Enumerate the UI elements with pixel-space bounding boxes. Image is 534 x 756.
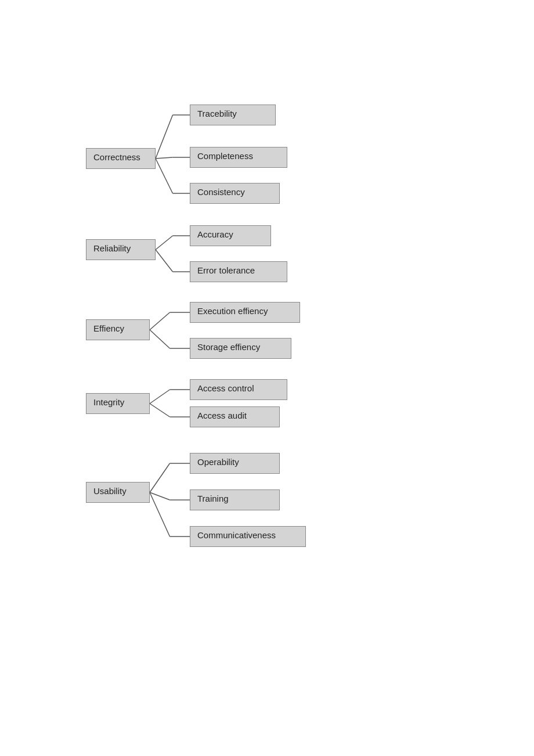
svg-line-0 xyxy=(156,115,173,159)
child-node-operability: Operability xyxy=(190,453,280,474)
svg-line-8 xyxy=(156,250,173,272)
child-node-execution-effiency: Execution effiency xyxy=(190,302,300,323)
child-node-consistency: Consistency xyxy=(190,183,280,204)
svg-line-20 xyxy=(150,492,170,500)
svg-line-2 xyxy=(156,157,173,159)
svg-line-4 xyxy=(156,159,173,193)
parent-node-correctness: Correctness xyxy=(86,148,156,169)
svg-line-10 xyxy=(150,312,170,330)
child-node-completeness: Completeness xyxy=(190,147,287,168)
child-node-tracebility: Tracebility xyxy=(190,105,276,125)
child-node-access-audit: Access audit xyxy=(190,406,280,427)
svg-line-14 xyxy=(150,390,170,404)
parent-node-usability: Usability xyxy=(86,482,150,503)
parent-node-effiency: Effiency xyxy=(86,319,150,340)
child-node-training: Training xyxy=(190,489,280,510)
child-node-communicativeness: Communicativeness xyxy=(190,526,306,547)
diagram: CorrectnessTracebilityCompletenessConsis… xyxy=(0,35,534,586)
child-node-accuracy: Accuracy xyxy=(190,225,271,246)
svg-line-22 xyxy=(150,492,170,537)
parent-node-reliability: Reliability xyxy=(86,239,156,260)
parent-node-integrity: Integrity xyxy=(86,393,150,414)
child-node-access-control: Access control xyxy=(190,379,287,400)
svg-line-16 xyxy=(150,404,170,417)
svg-line-6 xyxy=(156,236,173,250)
svg-line-18 xyxy=(150,463,170,492)
child-node-storage-effiency: Storage effiency xyxy=(190,338,291,359)
svg-line-12 xyxy=(150,330,170,348)
child-node-error-tolerance: Error tolerance xyxy=(190,261,287,282)
